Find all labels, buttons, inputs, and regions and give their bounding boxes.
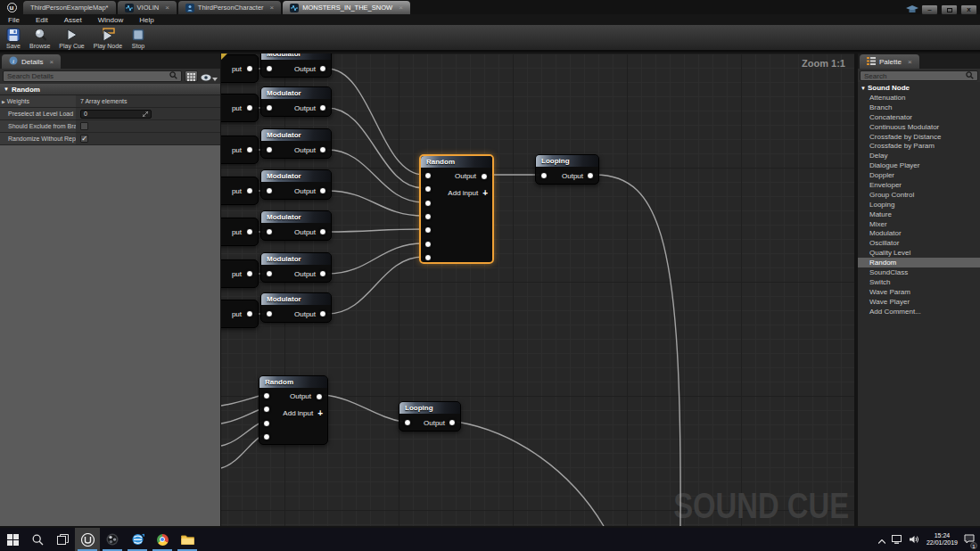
pin[interactable] <box>319 310 326 317</box>
pin[interactable] <box>481 173 488 180</box>
pin[interactable] <box>587 172 594 179</box>
network-icon[interactable] <box>892 531 903 547</box>
node-modulator-6[interactable]: ModulatorOutput <box>260 252 332 283</box>
node-modulator-7[interactable]: ModulatorOutput <box>260 292 332 323</box>
checkbox[interactable]: ✓ <box>80 135 88 143</box>
palette-item-add-comment-[interactable]: Add Comment... <box>858 307 980 317</box>
pin[interactable] <box>266 146 273 153</box>
menu-item-edit[interactable]: Edit <box>28 16 56 24</box>
palette-item-oscillator[interactable]: Oscillator <box>858 238 980 248</box>
node-stub-2[interactable]: put <box>221 94 259 122</box>
palette-item-modulator[interactable]: Modulator <box>858 228 980 238</box>
pin[interactable] <box>319 104 326 111</box>
window-tab-4[interactable]: MONSTERS_IN_THE_SNOW× <box>283 1 410 14</box>
close-icon[interactable]: × <box>49 58 54 66</box>
sound-cue-graph[interactable]: Zoom 1:1 SOUND CUE putputputputputputput… <box>221 53 854 526</box>
node-looping-2[interactable]: LoopingOutput <box>399 401 461 432</box>
pin[interactable] <box>266 228 273 235</box>
palette-item-random[interactable]: Random <box>858 258 980 267</box>
menu-item-help[interactable]: Help <box>131 16 161 24</box>
pin[interactable] <box>424 172 432 179</box>
close-icon[interactable]: × <box>270 4 275 12</box>
pin[interactable] <box>319 187 326 194</box>
palette-item-mature[interactable]: Mature <box>858 210 980 219</box>
pin[interactable] <box>424 200 432 207</box>
node-modulator-2[interactable]: ModulatorOutput <box>260 86 332 117</box>
pin[interactable] <box>266 187 273 194</box>
palette-item-group-control[interactable]: Group Control <box>858 190 980 200</box>
node-modulator-5[interactable]: ModulatorOutput <box>260 210 332 241</box>
volume-icon[interactable] <box>910 531 920 547</box>
taskbar-app-obs[interactable] <box>100 528 125 551</box>
taskbar-app-explorer[interactable] <box>175 528 200 551</box>
details-search-input[interactable]: Search Details <box>3 70 182 82</box>
palette-group-sound-node[interactable]: ▼ Sound Node <box>858 83 980 93</box>
pin[interactable] <box>319 65 326 72</box>
pin[interactable] <box>319 270 326 277</box>
taskbar-search-button[interactable] <box>25 528 50 551</box>
add-input-button[interactable]: Add input+ <box>421 185 492 201</box>
palette-item-doppler[interactable]: Doppler <box>858 170 980 180</box>
node-stub-6[interactable]: put <box>221 259 259 288</box>
pin[interactable] <box>246 104 253 111</box>
pin[interactable] <box>319 146 326 153</box>
window-tab-1[interactable]: ThirdPersonExampleMap* <box>23 1 116 14</box>
play-node-button[interactable]: Play Node <box>89 25 127 50</box>
taskbar-app-unreal[interactable] <box>75 528 100 551</box>
palette-item-quality-level[interactable]: Quality Level <box>858 248 980 258</box>
node-random-1[interactable]: RandomOutputAdd input+ <box>419 154 494 264</box>
menu-item-file[interactable]: File <box>0 16 28 24</box>
pin[interactable] <box>266 65 273 72</box>
palette-item-wave-player[interactable]: Wave Player <box>858 297 980 307</box>
pin[interactable] <box>449 419 456 426</box>
palette-item-delay[interactable]: Delay <box>858 151 980 160</box>
palette-item-branch[interactable]: Branch <box>858 103 980 112</box>
node-stub-5[interactable]: put <box>221 218 259 246</box>
pin[interactable] <box>266 104 273 111</box>
node-looping-1[interactable]: LoopingOutput <box>535 154 599 185</box>
tab-palette[interactable]: Palette × <box>860 54 919 69</box>
taskbar-app-chrome[interactable] <box>150 528 175 551</box>
palette-item-switch[interactable]: Switch <box>858 277 980 287</box>
pin[interactable] <box>316 393 323 400</box>
pin[interactable] <box>266 270 273 277</box>
taskbar-app-ie[interactable] <box>125 528 150 551</box>
stop-button[interactable]: Stop <box>127 25 150 50</box>
node-modulator-3[interactable]: ModulatorOutput <box>260 128 332 159</box>
window-tab-2[interactable]: VIOLIN× <box>118 1 177 14</box>
checkbox[interactable] <box>80 122 88 130</box>
node-modulator-1[interactable]: ModulatorOutput <box>260 53 332 78</box>
pin[interactable] <box>266 310 273 317</box>
palette-item-crossfade-by-param[interactable]: Crossfade by Param <box>858 141 980 151</box>
node-modulator-4[interactable]: ModulatorOutput <box>260 169 332 200</box>
palette-search-input[interactable]: Search <box>860 70 978 81</box>
pin[interactable] <box>246 270 253 277</box>
pin[interactable] <box>246 187 253 194</box>
palette-item-mixer[interactable]: Mixer <box>858 219 980 229</box>
numeric-input[interactable]: 0 <box>80 110 152 119</box>
pin[interactable] <box>540 172 548 179</box>
menu-item-asset[interactable]: Asset <box>56 16 90 24</box>
pin[interactable] <box>246 228 253 235</box>
palette-item-looping[interactable]: Looping <box>858 200 980 210</box>
close-icon[interactable]: × <box>165 4 169 12</box>
close-icon[interactable]: × <box>908 58 912 66</box>
pin[interactable] <box>246 65 253 72</box>
node-random-2[interactable]: RandomOutputAdd input+ <box>259 375 328 445</box>
pin[interactable] <box>263 433 270 440</box>
pin[interactable] <box>424 241 432 248</box>
palette-item-wave-param[interactable]: Wave Param <box>858 287 980 297</box>
pin[interactable] <box>404 419 411 426</box>
window-tab-3[interactable]: ThirdPersonCharacter× <box>178 1 281 14</box>
palette-item-soundclass[interactable]: SoundClass <box>858 267 980 277</box>
taskbar-clock[interactable]: 15:24 22/01/2019 <box>926 532 958 547</box>
pin[interactable] <box>424 213 432 220</box>
pin[interactable] <box>263 420 270 427</box>
node-stub-3[interactable]: put <box>221 136 259 164</box>
pin[interactable] <box>263 392 270 399</box>
pin[interactable] <box>424 254 432 261</box>
node-stub-7[interactable]: put <box>221 300 259 328</box>
palette-item-enveloper[interactable]: Enveloper <box>858 180 980 190</box>
node-stub-4[interactable]: put <box>221 177 259 205</box>
tab-details[interactable]: i Details × <box>2 54 61 69</box>
